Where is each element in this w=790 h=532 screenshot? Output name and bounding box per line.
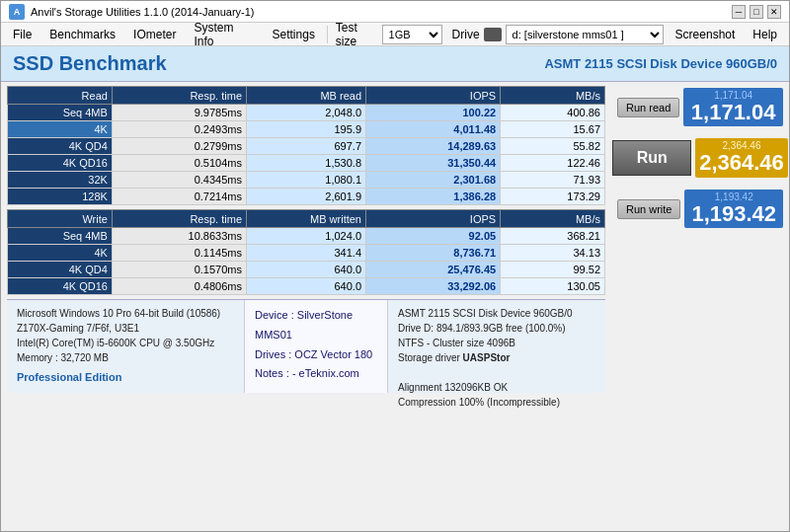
write-col-label: Write bbox=[8, 210, 113, 228]
drive-group: Drive d: [silverstone mms01 ] bbox=[452, 25, 664, 44]
write-col-mbs: MB/s bbox=[501, 210, 605, 228]
asmt-line5 bbox=[398, 365, 595, 380]
asmt-line7: Compression 100% (Incompressible) bbox=[398, 395, 595, 410]
read-table-row: Seq 4MB 9.9785ms 2,048.0 100.22 400.86 bbox=[8, 105, 605, 121]
app-icon: A bbox=[9, 4, 25, 20]
write-table-row: 4K QD4 0.1570ms 640.0 25,476.45 99.52 bbox=[8, 262, 605, 278]
right-panel: Run read 1,171.04 1,171.04 Run 2,364.46 … bbox=[611, 82, 789, 532]
write-score-box: 1,193.42 1,193.42 bbox=[684, 190, 783, 228]
device-line3: Notes : - eTeknix.com bbox=[255, 364, 377, 384]
menu-separator-1 bbox=[327, 26, 328, 43]
minimize-button[interactable]: ─ bbox=[732, 5, 746, 19]
read-row-mb: 1,080.1 bbox=[247, 172, 366, 189]
read-row-mb: 1,530.8 bbox=[247, 155, 366, 172]
read-row-iops: 1,386.28 bbox=[366, 189, 501, 205]
main-content: Read Resp. time MB read IOPS MB/s Seq 4M… bbox=[1, 82, 789, 532]
sys-line1: Microsoft Windows 10 Pro 64-bit Build (1… bbox=[17, 306, 234, 321]
read-row-resp: 9.9785ms bbox=[112, 105, 246, 121]
read-row-mbs: 55.82 bbox=[501, 138, 605, 155]
write-table: Write Resp. time MB written IOPS MB/s Se… bbox=[7, 209, 605, 295]
menu-settings[interactable]: Settings bbox=[265, 24, 323, 45]
read-table-row: 4K QD16 0.5104ms 1,530.8 31,350.44 122.4… bbox=[8, 155, 605, 172]
read-row-iops: 2,301.68 bbox=[366, 172, 501, 189]
sys-line3: Intel(R) Core(TM) i5-6600K CPU @ 3.50GHz bbox=[17, 336, 234, 350]
read-row-label: Seq 4MB bbox=[8, 105, 113, 121]
read-row-mbs: 173.29 bbox=[501, 189, 605, 205]
run-write-button[interactable]: Run write bbox=[617, 199, 680, 219]
read-row-label: 4K QD16 bbox=[8, 155, 113, 172]
menu-screenshot[interactable]: Screenshot bbox=[668, 24, 744, 45]
read-row-mb: 2,601.9 bbox=[247, 189, 366, 205]
device-line1: Device : SilverStone MMS01 bbox=[255, 306, 377, 345]
sys-line2: Z170X-Gaming 7/F6f, U3E1 bbox=[17, 321, 234, 336]
write-row-label: 4K bbox=[8, 245, 113, 262]
write-row-resp: 10.8633ms bbox=[112, 228, 246, 245]
read-row-mb: 2,048.0 bbox=[247, 105, 366, 121]
write-row-mbs: 130.05 bbox=[501, 278, 605, 295]
read-row-label: 4K bbox=[8, 121, 113, 138]
read-table-row: 4K QD4 0.2799ms 697.7 14,289.63 55.82 bbox=[8, 138, 605, 155]
write-table-row: Seq 4MB 10.8633ms 1,024.0 92.05 368.21 bbox=[8, 228, 605, 245]
run-button[interactable]: Run bbox=[612, 140, 691, 176]
write-row-label: Seq 4MB bbox=[8, 228, 113, 245]
total-score-main: 2,364.46 bbox=[699, 151, 784, 175]
read-row-iops: 31,350.44 bbox=[366, 155, 501, 172]
drive-select[interactable]: d: [silverstone mms01 ] bbox=[506, 25, 664, 44]
asmt-info-panel: ASMT 2115 SCSI Disk Device 960GB/0 Drive… bbox=[388, 300, 605, 393]
read-score-main: 1,171.04 bbox=[687, 101, 779, 124]
menu-system-info[interactable]: System Info bbox=[186, 24, 262, 45]
menu-benchmarks[interactable]: Benchmarks bbox=[41, 24, 123, 45]
asmt-line1: ASMT 2115 SCSI Disk Device 960GB/0 bbox=[398, 306, 595, 321]
device-title: ASMT 2115 SCSI Disk Device 960GB/0 bbox=[544, 56, 777, 71]
read-row-resp: 0.4345ms bbox=[112, 172, 246, 189]
sys-line4: Memory : 32,720 MB bbox=[17, 350, 234, 365]
read-row-mbs: 400.86 bbox=[501, 105, 605, 121]
uasp-label: UASPStor bbox=[463, 352, 511, 363]
read-row-resp: 0.7214ms bbox=[112, 189, 246, 205]
test-size-select[interactable]: 512MB 1GB 2GB 4GB 8GB bbox=[382, 25, 442, 44]
write-row-mbs: 99.52 bbox=[501, 262, 605, 278]
write-col-mb: MB written bbox=[247, 210, 366, 228]
write-row-iops: 92.05 bbox=[366, 228, 501, 245]
menu-bar: File Benchmarks IOmeter System Info Sett… bbox=[1, 23, 789, 46]
read-row-mbs: 122.46 bbox=[501, 155, 605, 172]
read-row-iops: 100.22 bbox=[366, 105, 501, 121]
write-row-mb: 1,024.0 bbox=[247, 228, 366, 245]
write-row-mb: 640.0 bbox=[247, 278, 366, 295]
read-row-iops: 4,011.48 bbox=[366, 121, 501, 138]
ssd-benchmark-title: SSD Benchmark bbox=[13, 52, 167, 75]
device-info-panel: Device : SilverStone MMS01 Drives : OCZ … bbox=[244, 300, 388, 393]
system-info-panel: Microsoft Windows 10 Pro 64-bit Build (1… bbox=[7, 300, 244, 393]
read-row-iops: 14,289.63 bbox=[366, 138, 501, 155]
read-score-box: 1,171.04 1,171.04 bbox=[683, 88, 783, 126]
run-button-container: Run 2,364.46 2,364.46 bbox=[617, 138, 783, 178]
write-table-row: 4K QD16 0.4806ms 640.0 33,292.06 130.05 bbox=[8, 278, 605, 295]
write-col-resp: Resp. time bbox=[112, 210, 246, 228]
menu-file[interactable]: File bbox=[5, 24, 40, 45]
bottom-area: Microsoft Windows 10 Pro 64-bit Build (1… bbox=[7, 299, 605, 393]
read-col-resp: Resp. time bbox=[112, 87, 246, 105]
asmt-line6: Alignment 132096KB OK bbox=[398, 380, 595, 395]
menu-iometer[interactable]: IOmeter bbox=[125, 24, 184, 45]
app-title: Anvil's Storage Utilities 1.1.0 (2014-Ja… bbox=[31, 6, 254, 18]
total-score-box: 2,364.46 2,364.46 bbox=[695, 138, 788, 178]
close-button[interactable]: ✕ bbox=[767, 5, 781, 19]
write-row-resp: 0.4806ms bbox=[112, 278, 246, 295]
write-table-row: 4K 0.1145ms 341.4 8,736.71 34.13 bbox=[8, 245, 605, 262]
write-row-label: 4K QD16 bbox=[8, 278, 113, 295]
run-read-button[interactable]: Run read bbox=[617, 98, 679, 117]
write-col-iops: IOPS bbox=[366, 210, 501, 228]
read-row-mbs: 15.67 bbox=[501, 121, 605, 138]
write-row-mb: 341.4 bbox=[247, 245, 366, 262]
read-row-resp: 0.2799ms bbox=[112, 138, 246, 155]
write-row-iops: 8,736.71 bbox=[366, 245, 501, 262]
write-row-mbs: 34.13 bbox=[501, 245, 605, 262]
write-row-label: 4K QD4 bbox=[8, 262, 113, 278]
read-col-label: Read bbox=[8, 87, 113, 105]
read-row-label: 4K QD4 bbox=[8, 138, 113, 155]
read-table: Read Resp. time MB read IOPS MB/s Seq 4M… bbox=[7, 86, 605, 205]
menu-help[interactable]: Help bbox=[745, 24, 785, 45]
write-score-main: 1,193.42 bbox=[688, 202, 779, 226]
read-col-mbs: MB/s bbox=[501, 87, 605, 105]
maximize-button[interactable]: □ bbox=[750, 5, 763, 19]
